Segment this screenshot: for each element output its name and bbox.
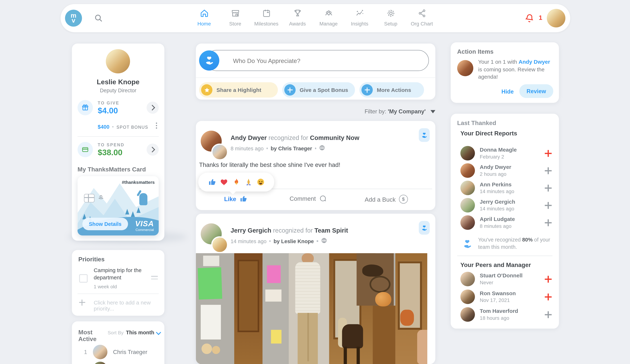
avatar-jerry-gergich[interactable] [460, 198, 475, 212]
appreciation-heart-hand-icon[interactable] [199, 50, 219, 71]
person-name[interactable]: Ron Swanson [480, 290, 516, 296]
to-spend-chevron-button[interactable] [146, 144, 158, 156]
chevron-down-icon[interactable] [156, 330, 161, 335]
add-appreciation-icon[interactable] [545, 185, 552, 192]
add-appreciation-icon[interactable] [545, 276, 552, 283]
comment-button[interactable]: Comment [290, 195, 327, 202]
share-highlight-button[interactable]: Share a Highlight [199, 82, 278, 98]
to-give-chevron-button[interactable] [146, 102, 158, 114]
last-thanked-card: Last Thanked Your Direct Reports Donna M… [450, 114, 559, 329]
give-spot-bonus-button[interactable]: Give a Spot Bonus [282, 82, 355, 98]
nav-setup[interactable]: Setup [375, 8, 406, 27]
search-icon[interactable] [94, 13, 103, 23]
notification-bell-icon[interactable] [524, 13, 535, 23]
plus-icon [362, 84, 373, 96]
priority-checkbox[interactable] [79, 274, 88, 283]
more-actions-button[interactable]: More Actions [360, 82, 424, 98]
post-author: Chris Traeger [278, 145, 312, 152]
add-appreciation-icon[interactable] [545, 150, 552, 157]
add-a-buck-button[interactable]: Add a Buck $ [364, 195, 408, 204]
person-name[interactable]: April Ludgate [480, 216, 515, 222]
heart-reaction[interactable] [220, 178, 228, 186]
list-item: Ron Swanson Nov 17, 2021 [460, 290, 552, 305]
yeti-art [139, 193, 147, 205]
to-spend-row: TO SPEND $38.00 [78, 142, 158, 157]
laughing-reaction[interactable] [256, 178, 265, 186]
add-priority-plus-icon[interactable] [79, 300, 85, 306]
avatar-andy-dwyer[interactable] [457, 60, 474, 76]
avatar-leslie-knope[interactable] [211, 236, 228, 253]
priority-text[interactable]: Camping trip for the department [94, 267, 147, 282]
post-value[interactable]: Community Now [310, 134, 359, 141]
post-time: 14 minutes ago [230, 238, 266, 244]
dot-separator [315, 148, 316, 149]
visa-brand: VISA [135, 220, 154, 227]
person-name[interactable]: Tom Haverford [480, 308, 518, 314]
person-name[interactable]: Donna Meagle [480, 147, 517, 153]
avatar-ann-perkins[interactable] [460, 181, 475, 195]
avatar-chris-traeger[interactable] [211, 144, 228, 161]
add-appreciation-icon[interactable] [545, 294, 552, 301]
fire-reaction[interactable] [232, 178, 240, 186]
nav-manage[interactable]: Manage [313, 8, 344, 27]
nav-org-chart[interactable]: Org Chart [406, 8, 438, 27]
praying-hands-reaction[interactable] [244, 178, 253, 186]
avatar-ron-swanson[interactable] [460, 290, 475, 304]
user-avatar[interactable] [543, 5, 569, 31]
recognition-badge-icon [419, 128, 430, 142]
person-name[interactable]: Ann Perkins [480, 182, 512, 187]
nav-awards[interactable]: Awards [282, 8, 313, 27]
avatar-april-ludgate[interactable] [460, 215, 475, 230]
feed-post: Andy Dwyer recognized for Community Now … [196, 121, 435, 210]
post-image[interactable] [196, 253, 427, 364]
add-appreciation-icon[interactable] [545, 311, 552, 318]
insights-icon [355, 8, 364, 20]
post-recipient[interactable]: Jerry Gergich [230, 227, 271, 234]
last-thanked-title: Last Thanked [457, 119, 496, 126]
like-button[interactable]: Like [224, 195, 248, 203]
reaction-picker [198, 173, 274, 191]
review-button[interactable]: Review [519, 84, 553, 98]
hide-button[interactable]: Hide [502, 88, 514, 95]
profile-card: Leslie Knope Deputy Director TO GIVE $4.… [72, 43, 164, 241]
motivosity-logo[interactable]: m v [65, 10, 82, 26]
post-value[interactable]: Team Spirit [314, 227, 348, 234]
profile-avatar[interactable] [106, 49, 130, 73]
list-item: April Ludgate 8 minutes ago [460, 215, 552, 231]
nav-store[interactable]: Store [220, 8, 251, 27]
people-icon [324, 8, 334, 20]
drag-handle-icon[interactable] [151, 276, 158, 279]
dot-separator [112, 126, 114, 128]
avatar-donna-meagle[interactable] [460, 146, 475, 161]
avatar-stuart-odonnell[interactable] [460, 272, 475, 286]
person-last-thanked: Nov 17, 2021 [480, 298, 510, 303]
share-icon [417, 8, 426, 20]
add-appreciation-icon[interactable] [545, 202, 552, 209]
avatar-tom-haverford[interactable] [460, 307, 475, 322]
nav-home[interactable]: Home [189, 8, 220, 27]
avatar-andy-dwyer[interactable] [460, 163, 475, 178]
to-give-label: TO GIVE [98, 100, 146, 105]
notification-count[interactable]: 1 [539, 14, 542, 21]
avatar-next-person[interactable] [93, 362, 108, 364]
person-name[interactable]: Andy Dwyer [480, 164, 511, 170]
add-appreciation-icon[interactable] [545, 167, 552, 174]
nav-milestones-label: Milestones [254, 21, 278, 26]
appreciate-input[interactable] [206, 50, 429, 71]
most-active-name[interactable]: Chris Traeger [113, 349, 147, 355]
thumbs-up-reaction[interactable] [208, 178, 216, 186]
action-item-person-link[interactable]: Andy Dwyer [518, 59, 550, 65]
post-recipient[interactable]: Andy Dwyer [230, 134, 267, 141]
feed-filter-dropdown[interactable]: Filter by: 'My Company' [196, 108, 435, 115]
nav-milestones[interactable]: Milestones [251, 8, 282, 27]
avatar-chris-traeger[interactable] [93, 345, 108, 359]
nav-insights[interactable]: Insights [344, 8, 375, 27]
add-priority-input[interactable]: Click here to add a new priority... [94, 300, 164, 312]
thanksmatters-hashtag: #thanksmatters [122, 180, 154, 185]
show-details-button[interactable]: Show Details [82, 218, 128, 230]
add-appreciation-icon[interactable] [545, 219, 552, 226]
person-name[interactable]: Jerry Gergich [480, 199, 515, 205]
person-name[interactable]: Stuart O'Donnell [480, 273, 523, 279]
sort-by-dropdown[interactable]: This month [126, 329, 154, 336]
kebab-menu-icon[interactable] [156, 123, 157, 129]
